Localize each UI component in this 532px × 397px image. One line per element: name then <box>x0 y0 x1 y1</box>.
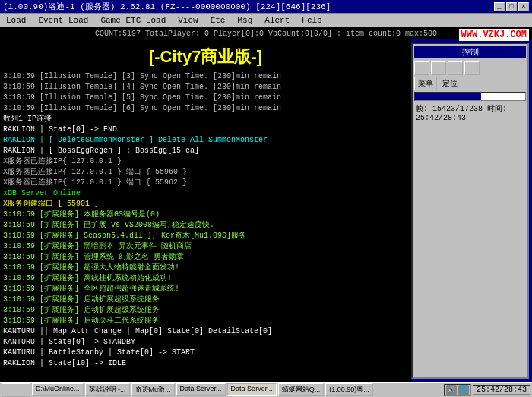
title-bar: (1.00.90)洛迪-1 (服务器) 2.62.81 (FZ----00000… <box>0 0 532 14</box>
game-title: [-City7商业版-] <box>3 41 408 71</box>
log-line: 3:10:59 [Illusion Temple] [3] Sync Open … <box>3 71 408 82</box>
log-content: 3:10:59 [Illusion Temple] [3] Sync Open … <box>3 71 408 380</box>
log-line: 3:10:59 [Illusion Temple] [6] Sync Open … <box>3 103 408 114</box>
log-line: 3:10:59 [扩展服务] 管理系统 幻影之名 勇者勋章 <box>3 252 408 263</box>
log-line: 3:10:59 [扩展服务] 启动扩展超级系统服务 <box>3 295 408 305</box>
log-button[interactable]: ≡ <box>464 61 480 75</box>
log-line: X服务器已连接IP{ 127.0.0.1 } 端口 { 55960 } <box>3 167 408 178</box>
frame-status: 帧: 15423/17238 时间: 25:42/28:43 <box>414 102 526 123</box>
locate-button[interactable]: 定位 <box>439 77 461 90</box>
log-line: RAKLION | [ BossEggRegen ] : BossEgg[15 … <box>3 146 408 156</box>
menu-help[interactable]: Help <box>299 15 325 26</box>
log-line: RAKLION | State[0] -> END <box>3 124 408 135</box>
menu-button[interactable]: 菜单 <box>414 77 437 90</box>
system-tray: 🔊 🌐 <box>444 384 471 396</box>
control-panel: 控制 ▶ ⏸ ⏹ ≡ 菜单 定位 帧: 15423/17238 时间: 25:4… <box>411 43 529 379</box>
taskbar-item-2[interactable]: 奇迹Mu激... <box>131 383 175 396</box>
start-label: ▶ <box>5 386 10 395</box>
log-line: KANTURU | BattleStanby | State[0] -> STA… <box>3 348 408 358</box>
log-line: xDB Server Online <box>3 188 408 199</box>
brand-label: WWW.VZKJ.COM <box>459 29 529 41</box>
log-line: 3:10:59 [Illusion Temple] [4] Sync Open … <box>3 82 408 93</box>
log-area: [-City7商业版-] 3:10:59 [Illusion Temple] [… <box>0 39 411 382</box>
taskbar-item-6[interactable]: (1.00.90)粤... <box>325 383 373 396</box>
maximize-button[interactable]: □ <box>506 2 517 11</box>
log-line: KANTURU || Map Attr Change | Map[0] Stat… <box>3 326 408 337</box>
log-line: 3:10:59 [扩展服务] 本服务器GS编号是(0) <box>3 210 408 220</box>
log-line: RAKLION | State[10] -> IDLE <box>3 358 408 369</box>
status-bar-top: COUNT:5197 TotalPlayer: 0 Player[0]:0 Vp… <box>0 27 532 39</box>
log-line: X服务创建端口 [ 55901 ] <box>3 199 408 210</box>
log-line: 3:10:59 [扩展服务] 启动决斗二代系统服务 <box>3 316 408 326</box>
pause-button[interactable]: ⏸ <box>431 61 446 75</box>
main-area: [-City7商业版-] 3:10:59 [Illusion Temple] [… <box>0 39 532 382</box>
menu-event-load[interactable]: Event Load <box>35 15 91 26</box>
status-text: COUNT:5197 TotalPlayer: 0 Player[0]:0 Vp… <box>95 30 437 38</box>
menu-etc[interactable]: Etc <box>207 15 229 26</box>
menu-load[interactable]: Load <box>3 15 29 26</box>
log-line: 3:10:59 [Illusion Temple] [5] Sync Open … <box>3 93 408 103</box>
log-line: 3:10:59 [扩展服务] 已扩展 vs VS2008编写,稳定速度快. <box>3 220 408 231</box>
taskbar-item-4[interactable]: Data Server... <box>227 383 277 396</box>
control-panel-title: 控制 <box>414 46 526 58</box>
tray-icon-2: 🌐 <box>458 385 469 395</box>
log-line: 3:10:59 [扩展服务] 超强大人物特能射全面发功! <box>3 263 408 273</box>
control-buttons-row1: ▶ ⏸ ⏹ ≡ <box>414 61 526 75</box>
menu-alert[interactable]: Alert <box>261 15 293 26</box>
tray-icon-1: 🔊 <box>446 385 457 395</box>
log-line: 3:10:59 [扩展服务] 启动扩展超级系统服务 <box>3 305 408 316</box>
menu-view[interactable]: View <box>175 15 201 26</box>
taskbar-item-0[interactable]: D:\MuOnline... <box>32 383 84 396</box>
control-buttons-row2: 菜单 定位 <box>414 77 526 90</box>
menu-game-etc-load[interactable]: Game ETC Load <box>97 15 169 26</box>
menu-bar: Load Event Load Game ETC Load View Etc M… <box>0 14 532 27</box>
log-line: 数列1 IP连接 <box>3 114 408 124</box>
log-line: 3:10:59 [扩展服务] 离线挂机系统初始化成功! <box>3 273 408 284</box>
start-text: 开始 <box>11 385 27 395</box>
play-button[interactable]: ▶ <box>414 61 429 75</box>
log-line: KANTURU | State[0] -> STANDBY <box>3 337 408 348</box>
progress-bar <box>414 92 526 101</box>
window-controls[interactable]: _ □ × <box>494 2 529 11</box>
taskbar-item-1[interactable]: 英雄说明 -... <box>85 383 130 396</box>
menu-msg[interactable]: Msg <box>234 15 255 26</box>
log-line: 3:10:59 [扩展服务] 黑暗副本 异次元事件 随机商店 <box>3 241 408 252</box>
close-button[interactable]: × <box>518 2 529 11</box>
minimize-button[interactable]: _ <box>494 2 505 11</box>
log-line: RAKLION | [ DeleteSummonMonster ] Delete… <box>3 135 408 146</box>
taskbar-clock: 25:42/28:43 <box>473 385 530 395</box>
progress-fill <box>415 93 481 100</box>
log-line: 3:10:59 [扩展服务] Season5.4.dll }, Kor奇术[Mu… <box>3 231 408 241</box>
taskbar-item-3[interactable]: Data Server... <box>176 383 226 396</box>
window-title: (1.00.90)洛迪-1 (服务器) 2.62.81 (FZ----00000… <box>3 1 331 12</box>
log-line: 3:10:59 [扩展服务] 全区超超强超强迷走城系统! <box>3 284 408 295</box>
taskbar-item-5[interactable]: 蜻蜓网站Q... <box>278 383 325 396</box>
stop-button[interactable]: ⏹ <box>448 61 463 75</box>
log-line: X服务器已连接IP{ 127.0.0.1 } <box>3 156 408 167</box>
log-line: X服务器已连接IP{ 127.0.0.1 } 端口 { 55962 } <box>3 178 408 188</box>
taskbar: ▶ 开始 D:\MuOnline... 英雄说明 -... 奇迹Mu激... D… <box>0 382 532 397</box>
taskbar-items: D:\MuOnline... 英雄说明 -... 奇迹Mu激... Data S… <box>32 383 442 396</box>
start-button[interactable]: ▶ 开始 <box>2 383 30 397</box>
